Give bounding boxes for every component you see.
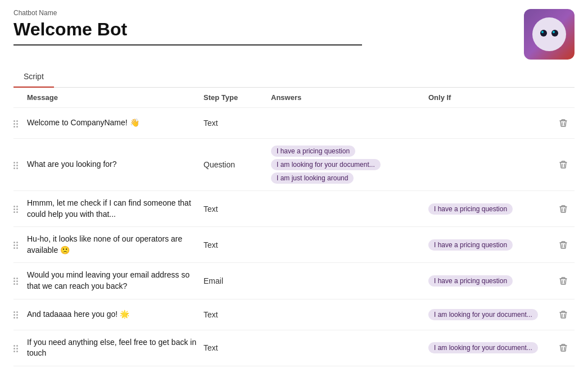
- drag-handle[interactable]: [13, 119, 25, 128]
- only-if-badge: I have a pricing question: [428, 275, 513, 287]
- bot-eye-right: [551, 30, 558, 37]
- delete-button[interactable]: [555, 115, 572, 131]
- drag-handle[interactable]: [13, 276, 25, 285]
- actions-cell: [555, 201, 572, 217]
- only-if-badge: I am looking for your document...: [428, 342, 538, 353]
- page-wrapper: Chatbot Name Welcome Bot Script Message …: [0, 0, 588, 368]
- message-cell: Welcome to CompanyName! 👋: [25, 117, 203, 129]
- drag-handle[interactable]: [13, 310, 25, 319]
- table-row: Welcome to CompanyName! 👋Text: [13, 108, 575, 139]
- step-type-cell: Text: [203, 343, 271, 352]
- header-step-type: Step Type: [203, 93, 271, 102]
- script-table: Message Step Type Answers Only If Welcom…: [13, 88, 575, 368]
- chatbot-label: Chatbot Name: [13, 9, 510, 17]
- only-if-cell: I am looking for your document...: [428, 309, 552, 320]
- bot-eyes: [540, 30, 558, 37]
- only-if-cell: I have a pricing question: [428, 239, 552, 251]
- step-type-cell: Text: [203, 310, 271, 319]
- only-if-cell: I have a pricing question: [428, 203, 552, 215]
- bot-eye-left: [540, 30, 547, 37]
- tabs: Script: [13, 66, 575, 88]
- answer-badge: I am just looking around: [271, 172, 354, 184]
- only-if-cell: I have a pricing question: [428, 275, 552, 287]
- step-type-cell: Question: [203, 160, 271, 169]
- answer-badge: I have a pricing question: [271, 146, 355, 157]
- drag-handle[interactable]: [13, 205, 25, 213]
- header-answers: Answers: [271, 93, 428, 102]
- step-type-cell: Text: [203, 119, 271, 128]
- table-row: Would you mind leaving your email addres…: [13, 263, 575, 299]
- tab-script[interactable]: Script: [13, 66, 54, 88]
- answer-badge: I am looking for your document...: [271, 159, 381, 170]
- message-cell: What are you looking for?: [25, 159, 203, 170]
- avatar: [524, 9, 575, 60]
- only-if-badge: I have a pricing question: [428, 203, 513, 215]
- delete-button[interactable]: [555, 306, 572, 323]
- actions-cell: [555, 339, 572, 356]
- header-left: Chatbot Name Welcome Bot: [13, 9, 524, 46]
- message-cell: Hmmm, let me check if I can find someone…: [25, 198, 203, 220]
- drag-handle[interactable]: [13, 344, 25, 352]
- only-if-cell: I am looking for your document...: [428, 342, 552, 353]
- table-row: And tadaaaa here you go! 🌟TextI am looki…: [13, 299, 575, 330]
- header-message: Message: [25, 93, 203, 102]
- message-cell: And tadaaaa here you go! 🌟: [25, 309, 203, 320]
- step-type-cell: Email: [203, 276, 271, 285]
- drag-handle[interactable]: [13, 240, 25, 249]
- avatar-inner: [532, 17, 566, 51]
- header-only-if: Only If: [428, 93, 552, 102]
- header: Chatbot Name Welcome Bot: [13, 9, 575, 60]
- table-row: Hmmm, let me check if I can find someone…: [13, 191, 575, 227]
- answers-cell: I have a pricing questionI am looking fo…: [271, 146, 428, 184]
- delete-button[interactable]: [555, 237, 572, 253]
- delete-button[interactable]: [555, 339, 572, 356]
- delete-button[interactable]: [555, 201, 572, 217]
- drag-handle[interactable]: [13, 161, 25, 169]
- table-header: Message Step Type Answers Only If: [13, 88, 575, 108]
- page-title: Welcome Bot: [13, 19, 362, 46]
- table-row: Hu-ho, it looks like none of our operato…: [13, 227, 575, 263]
- message-cell: If you need anything else, feel free to …: [25, 337, 203, 359]
- delete-button[interactable]: [555, 272, 572, 289]
- actions-cell: [555, 156, 572, 173]
- actions-cell: [555, 237, 572, 253]
- table-row: If you need anything else, feel free to …: [13, 330, 575, 366]
- step-type-cell: Text: [203, 205, 271, 213]
- header-drag: [13, 93, 25, 102]
- message-cell: Hu-ho, it looks like none of our operato…: [25, 234, 203, 256]
- table-row: What are you looking for?QuestionI have …: [13, 139, 575, 191]
- table-body: Welcome to CompanyName! 👋Text What are y…: [13, 108, 575, 368]
- message-cell: Would you mind leaving your email addres…: [25, 270, 203, 292]
- actions-cell: [555, 272, 572, 289]
- only-if-badge: I am looking for your document...: [428, 309, 538, 320]
- delete-button[interactable]: [555, 156, 572, 173]
- step-type-cell: Text: [203, 240, 271, 249]
- only-if-badge: I have a pricing question: [428, 239, 513, 251]
- actions-cell: [555, 115, 572, 131]
- actions-cell: [555, 306, 572, 323]
